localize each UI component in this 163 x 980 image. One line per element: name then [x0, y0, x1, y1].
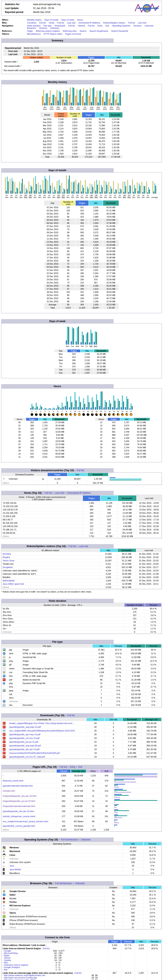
referrer-link-baidu[interactable]: Baidu: [4, 955, 9, 957]
referrer-link-google[interactable]: Google: [4, 950, 11, 952]
referrer-link-microsoft-bing[interactable]: Microsoft Bing: [4, 952, 17, 955]
nav-link-browsers[interactable]: Browsers: [27, 27, 36, 29]
referrer-link-google-images[interactable]: Google (Images): [4, 966, 20, 969]
nav-link-unknown[interactable]: Unknown: [145, 24, 154, 27]
visits-bar: [66, 175, 67, 194]
robot-link-java-often-spam-bot[interactable]: Java (Often spam bot): [3, 583, 24, 585]
nav-link-full-list[interactable]: Full list: [88, 24, 95, 27]
title-link-full-list[interactable]: Full list: [67, 714, 74, 717]
download-link-gazette-gazette-aug-sept-09-pdf[interactable]: /gazette/gazette_aug-sept-09.pdf: [9, 745, 41, 747]
download-link-our-chapter-amc-annual-20meeting-annual-[interactable]: /our_chapter/AMC-Annual%20Meeting-Annual…: [9, 730, 75, 732]
nav-link-last-visit[interactable]: Last visit: [138, 22, 146, 24]
robot-link-mj12bot[interactable]: MJ12bot: [3, 553, 11, 555]
title-link-full-list[interactable]: Full list: [44, 492, 52, 494]
referrer-link-yahoo[interactable]: Yahoo!: [4, 957, 11, 959]
pages-bar: [6, 191, 7, 194]
page-url-link-our-chapter-minutes-exec-board-minutes-h[interactable]: /our_chapter/minutes/exec_board_minutes.…: [3, 820, 48, 822]
referrer-link-ask[interactable]: Ask: [4, 969, 8, 971]
title-link-exit[interactable]: Exit: [78, 765, 82, 768]
download-link-gazette-gazette-aug-sept-13-pdf[interactable]: /gazette/gazette_aug-sept-13.pdf: [9, 726, 41, 728]
page-url-link-m-gazette-calendar-calendar-html[interactable]: /m/gazette/calendar/calendar.html: [3, 805, 35, 807]
page-url-link-gazette-gazette-dec-jan-16-html[interactable]: /gazette/gazette_dec-jan-16.html: [3, 810, 34, 813]
title-link-full-list[interactable]: Full list: [77, 469, 84, 472]
download-link-gazette-gazette-jun-jul-12-pdf[interactable]: /gazette/gazette_jun-jul-12.pdf: [9, 741, 38, 743]
nav-link-countries[interactable]: Countries: [27, 22, 36, 24]
nav-link-exit[interactable]: Exit: [105, 24, 109, 27]
nav-link-referring-search-engines[interactable]: Referring search engines: [36, 30, 60, 32]
nav-link-days-of-month[interactable]: Days of month: [44, 19, 59, 21]
referrer-link-http-chcu-net-porno-video-2016[interactable]: http://chcu.net/porno-video-2016/: [4, 979, 35, 980]
os-link-java[interactable]: Java: [9, 865, 14, 867]
title-link-last-visit[interactable]: Last visit: [79, 545, 88, 547]
nav-link-pages-not-found[interactable]: Pages not found: [65, 33, 81, 35]
nav-link-full-list[interactable]: Full list: [68, 24, 75, 27]
download-link-gazette-gazette-dec-jan-14-pdf[interactable]: /gazette/gazette_dec-jan-14.pdf: [9, 748, 40, 751]
download-link-gazette-gazette-apr-may-13-pdf[interactable]: /gazette/gazette_apr-may-13.pdf: [9, 733, 40, 736]
nav-link-unknown[interactable]: Unknown: [50, 27, 59, 29]
nav-link-full-list[interactable]: Full list: [128, 22, 135, 24]
nav-link-full-list[interactable]: Full list: [39, 22, 46, 24]
page-url-link-gazette-link-current-gazette-html[interactable]: /gazette/link_current_gazette.html: [3, 825, 35, 827]
nav-link-versions[interactable]: Versions: [39, 27, 47, 29]
title-link-unresolved-ip-address[interactable]: Unresolved IP Address: [67, 492, 91, 494]
nav-link-search[interactable]: Search: [79, 30, 86, 32]
referrer-link-yandex[interactable]: Yandex: [4, 959, 11, 961]
nav-link-last-visit[interactable]: Last visit: [67, 22, 76, 24]
os-link-java-mobile[interactable]: Java Mobile: [9, 868, 21, 871]
download-link-gazette-gazette-oct-nov-12-pdf[interactable]: /gazette/gazette_oct-nov-12.pdf: [9, 737, 40, 739]
title-link-unknown[interactable]: Unknown: [75, 882, 85, 885]
external-pages-full-list-link[interactable]: Full list: [74, 972, 81, 974]
robot-link-baiduspider[interactable]: BaiDuSpider: [3, 579, 15, 582]
nav-link-search-keyphrases[interactable]: Search Keyphrases: [89, 30, 108, 32]
hits-cell: 518: [100, 528, 118, 531]
title-link-full-list-versions[interactable]: Full list/Versions: [61, 838, 78, 841]
nav-link-visits-duration[interactable]: Visits duration: [27, 24, 41, 27]
nav-link-search-keywords[interactable]: Search Keywords: [111, 30, 128, 32]
robot-link-googlebot[interactable]: Googlebot: [3, 566, 13, 568]
nav-link-hosts[interactable]: Hosts: [49, 22, 54, 24]
title-link-full-list[interactable]: Full list: [60, 765, 67, 768]
page-url-link-m-gazette-gazette-dec-jan-16-html[interactable]: /m/gazette/gazette_dec-jan-16.html: [3, 795, 36, 797]
nav-link-robots-spiders-visitors[interactable]: Robots/Spiders visitors: [103, 22, 125, 24]
page-url-link-m-gazette-gazette-jun-jul-15-html[interactable]: /m/gazette/gazette_jun-jul-15.html: [3, 800, 35, 802]
nav-link-downloads[interactable]: Downloads: [55, 24, 65, 27]
search-engines-full-list-link[interactable]: Full list: [43, 947, 49, 950]
referrer-link-http-www-outdoors-org-chapters-index-cfm[interactable]: http://www.outdoors.org/chapters/index.c…: [4, 974, 45, 977]
referrer-link-aol[interactable]: AOL: [4, 961, 8, 964]
robot-link-yahoo-slurp[interactable]: Yahoo Slurp: [3, 559, 14, 562]
nav-link-viewed[interactable]: Viewed: [78, 24, 85, 27]
download-link-leader-support-merging-your-online-trip-[interactable]: /leader_support/Merging-Your-Online-Trip…: [9, 722, 74, 724]
page-url-link-x[interactable]: /: [3, 775, 3, 777]
hits-cell: 1,338: [89, 259, 103, 262]
nav-link-hours[interactable]: Hours: [77, 19, 83, 21]
nav-link-full-list[interactable]: Full list: [57, 22, 64, 24]
page-url-link-gazette-calendar-calendar-html[interactable]: /gazette/calendar/calendar.html: [3, 784, 33, 787]
page-url-link-featured-events-html[interactable]: /featured_events.html: [3, 780, 24, 782]
page-url-link-activity-listings-narr-events-shtml[interactable]: /activity_listings/narr_events.shtml: [3, 815, 35, 818]
referrer-link-unknown-search-engines[interactable]: Unknown search engines: [4, 964, 28, 966]
nav-link-unresolved-ip-address[interactable]: Unresolved IP Address: [78, 22, 100, 24]
nav-link-referring-sites[interactable]: Referring sites: [63, 30, 77, 32]
nav-link-miscellaneous[interactable]: Miscellaneous: [27, 33, 41, 35]
download-link-gazette-gazette-oct-nov-07-10pt-pdf[interactable]: /gazette/gazette_oct-nov-07_10pt.pdf: [9, 756, 45, 758]
title-link-last-visit[interactable]: Last visit: [55, 492, 64, 494]
robot-link-bingbot[interactable]: Bingbot: [3, 556, 10, 558]
nav-link-origin[interactable]: Origin: [27, 30, 33, 32]
nav-link-http-status-codes[interactable]: HTTP Status codes: [44, 33, 62, 35]
download-link-resources-hike-2010-20shuttle-20sched-20[interactable]: /resources/hike/2010%20Shuttle%20Sched%2…: [9, 752, 60, 754]
nav-link-operating-systems[interactable]: Operating Systems: [112, 24, 130, 27]
nav-link-days-of-week[interactable]: Days of week: [61, 19, 74, 21]
title-link-full-list[interactable]: Full list: [69, 545, 76, 547]
nav-link-monthly-history[interactable]: Monthly history: [27, 19, 41, 21]
hour-row-20: 204632,74474.64 MB: [95, 446, 150, 449]
referrer-link-http-top1-seo-service-com-try-php[interactable]: http://top1-seo-service.com/try.php: [4, 977, 37, 979]
visits-cell: 44: [124, 620, 145, 624]
nav-link-file-type[interactable]: File type: [43, 24, 52, 27]
nav-link-versions[interactable]: Versions: [133, 24, 141, 27]
page-url-link-m-index-htm[interactable]: /m/index.htm: [3, 790, 15, 792]
bandwidth-bar: [123, 401, 124, 410]
title-link-entry[interactable]: Entry: [70, 765, 75, 768]
nav-link-entry[interactable]: Entry: [98, 24, 103, 27]
title-link-unknown[interactable]: Unknown: [81, 838, 90, 841]
title-link-full-list-versions[interactable]: Full list/Versions: [55, 882, 72, 885]
